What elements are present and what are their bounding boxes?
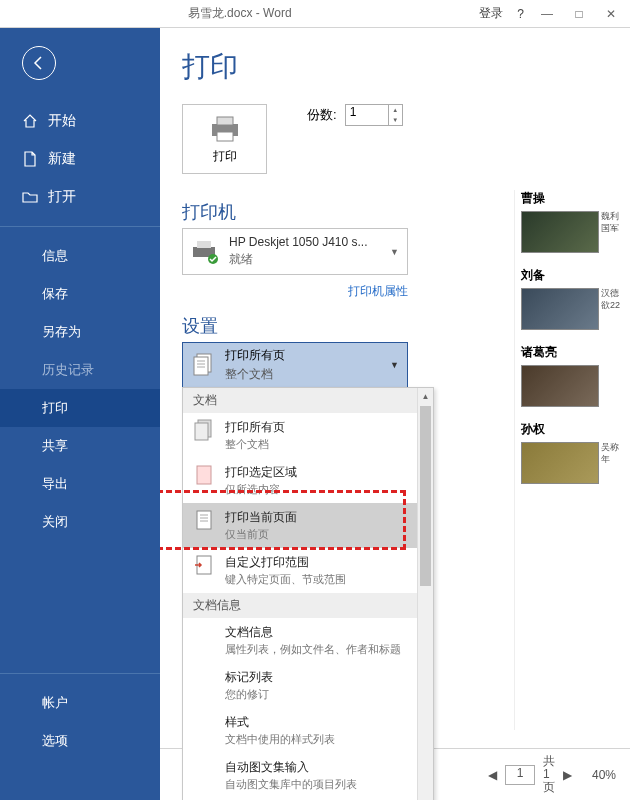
print-panel: 打印 打印 份数: 1 ▲▼ 打印机 i HP De	[160, 28, 630, 800]
svg-rect-14	[197, 511, 211, 529]
menu-markup-list[interactable]: 标记列表您的修订	[183, 663, 433, 708]
maximize-button[interactable]: □	[570, 7, 588, 21]
preview-card: 曹操 魏利国军	[521, 190, 630, 253]
nav-home[interactable]: 开始	[0, 102, 160, 140]
print-preview: 曹操 魏利国军 刘备 汉德欲22 诸葛亮 孙权 吴称年	[514, 190, 630, 730]
chevron-down-icon: ▼	[390, 360, 399, 370]
titlebar: 易雪龙.docx - Word 登录 ? — □ ✕	[0, 0, 630, 28]
svg-rect-12	[195, 423, 208, 440]
svg-rect-4	[197, 241, 211, 248]
nav-account[interactable]: 帐户	[0, 684, 160, 722]
nav-export[interactable]: 导出	[0, 465, 160, 503]
preview-card: 孙权 吴称年	[521, 421, 630, 484]
nav-print[interactable]: 打印	[0, 389, 160, 427]
back-button[interactable]	[22, 46, 56, 80]
pages-icon	[191, 352, 215, 378]
scroll-thumb[interactable]	[420, 406, 431, 586]
home-icon	[22, 113, 38, 129]
nav-info[interactable]: 信息	[0, 237, 160, 275]
close-window-button[interactable]: ✕	[602, 7, 620, 21]
open-icon	[22, 189, 38, 205]
nav-history[interactable]: 历史记录	[0, 351, 160, 389]
help-button[interactable]: ?	[517, 7, 524, 21]
new-icon	[22, 151, 38, 167]
menu-scrollbar[interactable]: ▲ ▼	[417, 388, 433, 800]
copies-input[interactable]: 1 ▲▼	[345, 104, 403, 126]
svg-rect-1	[217, 117, 233, 125]
minimize-button[interactable]: —	[538, 7, 556, 21]
menu-styles[interactable]: 样式文档中使用的样式列表	[183, 708, 433, 753]
printer-ready-icon	[191, 239, 221, 265]
printer-icon	[208, 114, 242, 144]
preview-card: 刘备 汉德欲22	[521, 267, 630, 330]
menu-autotext[interactable]: 自动图文集输入自动图文集库中的项目列表	[183, 753, 433, 798]
backstage-sidebar: 开始 新建 打开 信息 保存 另存为 历史记录 打印 共享 导出 关闭 帐户 选…	[0, 28, 160, 800]
print-range-menu: 文档 打印所有页整个文档 打印选定区域仅所选内容 打印当前页面仅当前页 自定义打…	[182, 387, 434, 800]
nav-save[interactable]: 保存	[0, 275, 160, 313]
print-button[interactable]: 打印	[182, 104, 267, 174]
svg-rect-13	[197, 466, 211, 484]
nav-close[interactable]: 关闭	[0, 503, 160, 541]
zoom-level: 40%	[592, 768, 616, 782]
svg-rect-7	[194, 357, 208, 375]
menu-header-docinfo: 文档信息	[183, 593, 433, 618]
next-page-button[interactable]: ▶	[563, 768, 572, 782]
menu-print-current[interactable]: 打印当前页面仅当前页	[183, 503, 433, 548]
svg-rect-2	[217, 132, 233, 141]
prev-page-button[interactable]: ◀	[488, 768, 497, 782]
menu-print-selection[interactable]: 打印选定区域仅所选内容	[183, 458, 433, 503]
page-title: 打印	[182, 48, 618, 86]
window-title: 易雪龙.docx - Word	[0, 5, 479, 22]
nav-options[interactable]: 选项	[0, 722, 160, 760]
print-range-dropdown[interactable]: 打印所有页 整个文档 ▼	[182, 342, 408, 388]
nav-saveas[interactable]: 另存为	[0, 313, 160, 351]
menu-header-document: 文档	[183, 388, 433, 413]
printer-section-header: 打印机	[182, 200, 236, 224]
nav-share[interactable]: 共享	[0, 427, 160, 465]
copies-spinner[interactable]: ▲▼	[388, 105, 402, 125]
printer-properties-link[interactable]: 打印机属性	[182, 283, 408, 300]
menu-docinfo[interactable]: 文档信息属性列表，例如文件名、作者和标题	[183, 618, 433, 663]
login-link[interactable]: 登录	[479, 5, 503, 22]
scroll-up-icon[interactable]: ▲	[418, 388, 433, 404]
chevron-down-icon: ▼	[390, 247, 399, 257]
settings-section-header: 设置	[182, 314, 218, 338]
nav-open[interactable]: 打开	[0, 178, 160, 216]
copies-label: 份数:	[307, 106, 337, 124]
preview-card: 诸葛亮	[521, 344, 630, 407]
printer-selector[interactable]: HP Deskjet 1050 J410 s... 就绪 ▼	[182, 228, 408, 275]
nav-new[interactable]: 新建	[0, 140, 160, 178]
menu-print-all[interactable]: 打印所有页整个文档	[183, 413, 433, 458]
page-input[interactable]: 1	[505, 765, 535, 785]
menu-print-custom[interactable]: 自定义打印范围键入特定页面、节或范围	[183, 548, 433, 593]
